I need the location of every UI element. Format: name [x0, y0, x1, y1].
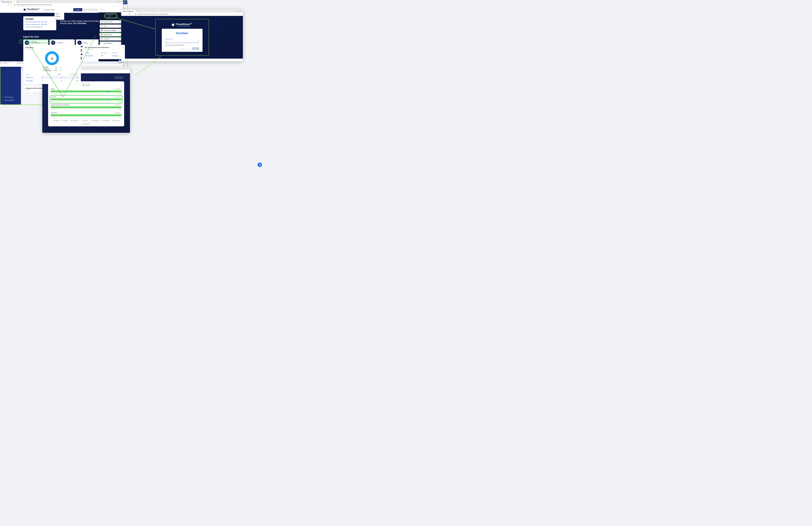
close-icon[interactable]: ✕	[122, 46, 124, 48]
view-tutorials-link[interactable]: ▷ View Tutorials	[2, 96, 19, 99]
oneview-login-pill[interactable]: ⎋OneView Login	[104, 14, 117, 18]
lock-icon: 🔒	[135, 13, 137, 15]
email-label: Email Address	[165, 39, 173, 40]
forgot-password-link[interactable]: Forgot password?	[182, 48, 191, 49]
detections-donut: Total16	[45, 51, 59, 65]
lock-icon: 🔒	[14, 4, 15, 6]
taskbar-search[interactable]: 🔍 Type here to search	[2, 61, 16, 64]
home-icon[interactable]: ⌂	[11, 4, 12, 6]
detections-panel: Detections As of last 7 days Total16 Fou…	[23, 45, 81, 84]
legend-item: Information	[71, 120, 78, 121]
checkbox-icon[interactable]	[165, 44, 166, 46]
help-bubble-icon[interactable]	[258, 163, 262, 167]
spotlight-link[interactable]: Looking for Nebula Support? →	[25, 26, 54, 28]
current-status-value: Available	[51, 85, 121, 86]
keyboard-icon[interactable]: ⌨	[197, 41, 199, 42]
search-box[interactable]: 🔍 ⓧ	[82, 8, 102, 11]
next-button[interactable]: Next	[192, 47, 199, 50]
email-input[interactable]: ⌨	[165, 40, 199, 43]
spotlight-link[interactable]: OneView Release Notes - May 2024	[25, 21, 54, 23]
dropdown-item[interactable]: All	[55, 17, 64, 20]
status-card: Current Status Available Nebula Availabl…	[48, 81, 124, 126]
globe-icon: 🌐	[26, 77, 28, 78]
status-dot-icon	[35, 41, 37, 42]
incident-history-link[interactable]: Incident History →	[114, 78, 124, 79]
search-input[interactable]	[83, 9, 100, 11]
brand-logo[interactable]: ThreatDown™Powered by Malwarebytes	[23, 8, 40, 12]
sidepanel-icon: 💓	[101, 34, 103, 35]
back-icon[interactable]: ←	[1, 4, 3, 6]
explore-title: Explore By Topic	[23, 36, 100, 38]
search-scope-dropdown[interactable]: OneView ▾	[73, 8, 82, 11]
sidepanel-item[interactable]: ▦ OneView Topics ˅	[100, 20, 122, 24]
address-bar: ← → ⟳ ⌂ 🔒 https://support.threatdown.com…	[0, 3, 123, 6]
hero-text: Browse our help center resources to take…	[60, 16, 100, 25]
reload-icon[interactable]: ⟳	[8, 4, 9, 6]
legend-item: Degraded	[81, 120, 88, 121]
sidepanel-icon: ☎	[101, 38, 103, 40]
login-card: OneView Email Address ⌨ Remember my emai…	[162, 29, 203, 52]
chevron-down-icon: ˅	[120, 25, 121, 27]
sidepanel-item[interactable]: 🔧 Tools ˅	[100, 25, 122, 28]
legend-row: Found 0 %0	[43, 66, 61, 68]
home-icon[interactable]: ⌂	[132, 13, 134, 15]
legend-item: Maintenance	[82, 123, 90, 124]
legend-row: Blocked 0 %0	[43, 68, 61, 70]
tile-label: Deploy	[83, 42, 88, 44]
remember-checkbox[interactable]: Remember my email address	[165, 44, 199, 46]
table-row[interactable]: 🌐Website 000	[25, 76, 79, 79]
clear-icon[interactable]: ⓧ	[103, 9, 105, 11]
bug-icon: ✱	[26, 80, 27, 82]
legend-item: Identified	[62, 120, 68, 121]
send-feedback-link[interactable]: ✎ Send Feedback	[2, 99, 19, 102]
spotlight-link[interactable]: OneView Release Notes - April 2024	[25, 24, 54, 25]
url[interactable]: https://oneview.malwarebytes.com/auth/lo…	[138, 13, 235, 15]
sidepanel-item[interactable]: 🎓 Training & Certification	[100, 29, 122, 32]
support-website-link[interactable]: Support Website ↗	[114, 76, 124, 77]
search-icon[interactable]: 🔍	[101, 9, 103, 11]
brand-logo: ThreatDown™Powered by Malwarebytes	[172, 23, 192, 27]
service-row[interactable]: Endpoint Detection and Response Availabl…	[51, 104, 121, 110]
sidepanel-item[interactable]: ↗ Nebula Support	[100, 42, 122, 45]
forward-icon[interactable]: →	[126, 13, 128, 15]
dropdown-item[interactable]: OneView	[55, 15, 64, 17]
table-row[interactable]: threatdown01.l…20LW Training	[85, 55, 122, 57]
forward-icon[interactable]: →	[4, 4, 6, 6]
scope-dropdown-menu: Nebula OneView All	[55, 13, 64, 20]
top-nav: ThreatDown™Powered by Malwarebytes OneVi…	[0, 6, 123, 13]
spotlight-title: Spotlight	[25, 18, 54, 20]
uptime-bars	[51, 114, 121, 116]
uptime-bars	[51, 106, 121, 108]
legend-item: Investigating	[91, 120, 99, 121]
sidepanel-item[interactable]: ☎ Contact Us	[100, 37, 122, 41]
close-tab-icon[interactable]: ×	[14, 1, 15, 3]
top-endpoints-panel: ✕ Top 10 endpoints with detections As of…	[83, 45, 125, 59]
tabstrip: ▣ OneView Su… × + — ▢ ✕	[0, 0, 123, 3]
system-status-badge[interactable]: OneView System Status	[19, 40, 52, 43]
legend-row: Quarantined 100 %16	[43, 70, 61, 71]
start-icon[interactable]: ⊞	[1, 62, 2, 63]
support-label: OneView Support	[44, 9, 55, 11]
reload-icon[interactable]: ⟳	[129, 13, 131, 15]
url[interactable]: https://support.threatdown.com/hc/en-us/…	[17, 4, 116, 5]
product-title: OneView	[165, 31, 199, 35]
sidepanel-icon: 🎓	[101, 29, 103, 31]
tile-label: Configure	[57, 42, 63, 44]
sidepanel-icon: ▦	[101, 21, 103, 23]
service-row[interactable]: Public APIs Available ● 60 days agoToday	[51, 112, 121, 118]
table-row[interactable]: ✱Malware 0016	[25, 79, 79, 83]
tile-icon: ⇪	[77, 41, 82, 45]
sidepanel-item[interactable]: 💓 System Status	[100, 33, 122, 36]
back-icon[interactable]: ←	[122, 13, 124, 15]
new-tab-button[interactable]: +	[16, 1, 19, 3]
browser-tab[interactable]: ▣ ThreatDown ×	[122, 10, 136, 12]
uptime-bars	[51, 90, 121, 93]
top-endpoints-table: Endpoint Detections Site name threatdown…	[85, 51, 123, 57]
browser-tab[interactable]: ▣ OneView Su… ×	[1, 1, 16, 3]
chevron-down-icon: ˅	[120, 21, 121, 23]
dropdown-item[interactable]: Nebula	[55, 13, 64, 15]
service-row[interactable]: Nebula Available ● 60 days agoToday	[51, 88, 121, 94]
current-status-label: Current Status	[82, 83, 90, 85]
service-row[interactable]: OneView Available ● 60 days agoToday	[51, 96, 121, 102]
legend-item: Available	[53, 120, 59, 121]
